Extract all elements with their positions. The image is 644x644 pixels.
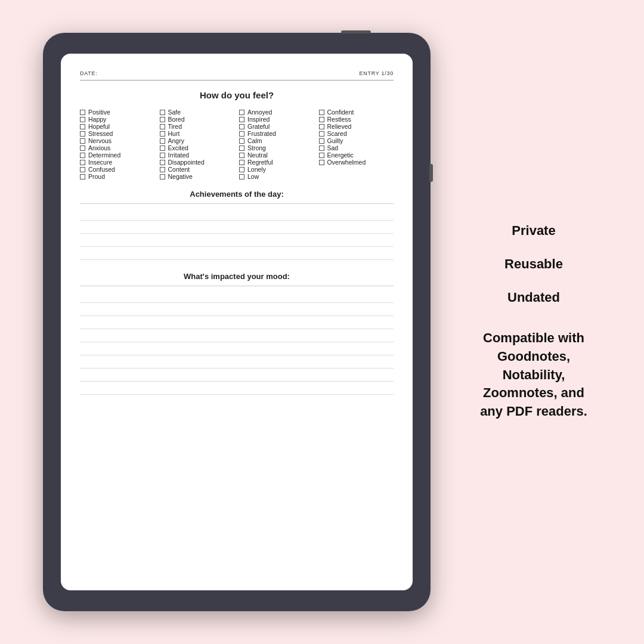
list-item[interactable]: Grateful [239,123,314,130]
list-item[interactable]: Relieved [319,123,394,130]
list-item[interactable]: Safe [160,109,235,116]
list-item[interactable]: Disappointed [160,159,235,166]
checkbox[interactable] [239,110,244,115]
writing-line[interactable] [80,342,394,355]
checkbox[interactable] [160,167,165,172]
writing-line[interactable] [80,234,394,247]
list-item[interactable]: Happy [80,116,155,123]
list-item[interactable]: Positive [80,109,155,116]
list-item[interactable]: Sad [319,144,394,151]
checkbox[interactable] [80,131,85,137]
side-item-compat: Compatible withGoodnotes,Notability,Zoom… [480,329,587,421]
list-item[interactable]: Guilty [319,137,394,144]
checkbox[interactable] [239,145,244,151]
checkbox[interactable] [239,160,244,165]
checkbox[interactable] [80,160,85,165]
checkbox[interactable] [239,174,244,179]
checkbox[interactable] [80,117,85,122]
side-info: Private Reusable Undated Compatible with… [447,0,620,644]
checkbox[interactable] [319,138,324,144]
list-item[interactable]: Frustrated [239,130,314,137]
side-item-reusable: Reusable [504,256,563,272]
list-item[interactable]: Restless [319,116,394,123]
writing-line[interactable] [80,221,394,234]
list-item[interactable]: Overwhelmed [319,159,394,166]
list-item[interactable]: Anxious [80,144,155,151]
checkbox[interactable] [319,131,324,137]
writing-line[interactable] [80,369,394,382]
side-item-private: Private [512,223,555,239]
list-item[interactable]: Content [160,166,235,173]
list-item[interactable]: Nervous [80,137,155,144]
checkbox[interactable] [239,138,244,144]
list-item[interactable]: Negative [160,173,235,180]
checkbox[interactable] [319,153,324,158]
list-item[interactable]: Confident [319,109,394,116]
checkbox[interactable] [80,138,85,144]
tablet-side-button [429,164,433,182]
checkbox[interactable] [319,160,324,165]
checkbox[interactable] [160,124,165,129]
side-item-undated: Undated [507,290,560,305]
writing-line[interactable] [80,208,394,221]
list-item[interactable]: Scared [319,130,394,137]
checkbox[interactable] [160,160,165,165]
mood-section: What's impacted your mood: [80,272,394,395]
list-item[interactable]: Proud [80,173,155,180]
feeling-col-2: Safe Bored Tired Hurt Angry Excited Irri… [160,109,235,180]
list-item[interactable]: Irritated [160,151,235,159]
checkbox[interactable] [80,174,85,179]
checkbox[interactable] [160,153,165,158]
writing-line[interactable] [80,290,394,303]
list-item[interactable]: Hurt [160,130,235,137]
list-item[interactable]: Bored [160,116,235,123]
list-item[interactable]: Insecure [80,159,155,166]
checkbox[interactable] [239,131,244,137]
checkbox[interactable] [319,117,324,122]
checkbox[interactable] [319,110,324,115]
list-item[interactable]: Low [239,173,314,180]
checkbox[interactable] [239,117,244,122]
list-item[interactable]: Angry [160,137,235,144]
list-item[interactable]: Excited [160,144,235,151]
writing-line[interactable] [80,382,394,395]
tablet-screen: DATE: ENTRY 1/30 How do you feel? Positi… [61,54,413,590]
list-item[interactable]: Determined [80,151,155,159]
list-item[interactable]: Calm [239,137,314,144]
list-item[interactable]: Strong [239,144,314,151]
checkbox[interactable] [160,110,165,115]
writing-line[interactable] [80,247,394,260]
list-item[interactable]: Stressed [80,130,155,137]
checkbox[interactable] [80,153,85,158]
list-item[interactable]: Confused [80,166,155,173]
list-item[interactable]: Annoyed [239,109,314,116]
checkbox[interactable] [319,145,324,151]
achievements-section: Achievements of the day: [80,190,394,260]
writing-line[interactable] [80,303,394,316]
checkbox[interactable] [160,174,165,179]
checkbox[interactable] [160,117,165,122]
writing-line[interactable] [80,329,394,342]
checkbox[interactable] [319,124,324,129]
checkbox[interactable] [80,124,85,129]
checkbox[interactable] [160,145,165,151]
list-item[interactable]: Tired [160,123,235,130]
checkbox[interactable] [80,110,85,115]
checkbox[interactable] [239,153,244,158]
checkbox[interactable] [80,145,85,151]
list-item[interactable]: Lonely [239,166,314,173]
list-item[interactable]: Energetic [319,151,394,159]
list-item[interactable]: Neutral [239,151,314,159]
checkbox[interactable] [239,167,244,172]
checkbox[interactable] [80,167,85,172]
checkbox[interactable] [160,131,165,137]
list-item[interactable]: Regretful [239,159,314,166]
date-label: DATE: [80,70,97,76]
checkbox[interactable] [239,124,244,129]
list-item[interactable]: Inspired [239,116,314,123]
writing-line[interactable] [80,355,394,369]
checkbox[interactable] [160,138,165,144]
list-item[interactable]: Hopeful [80,123,155,130]
writing-line[interactable] [80,316,394,329]
how-feel-title: How do you feel? [80,90,394,100]
